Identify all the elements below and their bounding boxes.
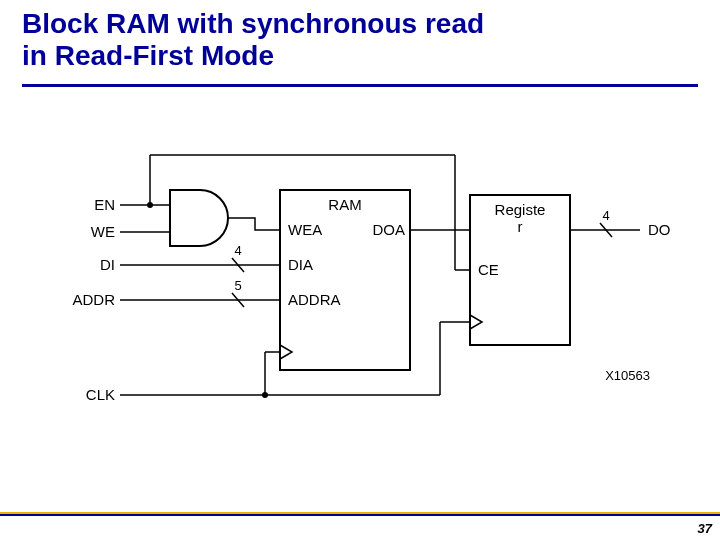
bus-width-addr: 5 <box>234 278 241 293</box>
circuit-diagram: RAM WEA DOA DIA ADDRA Registe r CE EN WE… <box>0 100 720 470</box>
register-label-line1: Registe <box>495 201 546 218</box>
and-gate-icon <box>170 190 228 246</box>
wire-and-to-wea <box>228 218 280 230</box>
input-di: DI <box>100 256 115 273</box>
clk-junction-dot-icon <box>262 392 268 398</box>
ram-port-doa: DOA <box>372 221 405 238</box>
input-we: WE <box>91 223 115 240</box>
ram-label: RAM <box>328 196 361 213</box>
ram-port-wea: WEA <box>288 221 322 238</box>
ram-block <box>280 190 410 370</box>
page-number: 37 <box>698 521 712 536</box>
input-clk: CLK <box>86 386 115 403</box>
bus-width-do: 4 <box>602 208 609 223</box>
page-title: Block RAM with synchronous read in Read-… <box>22 8 484 72</box>
diagram-container: RAM WEA DOA DIA ADDRA Registe r CE EN WE… <box>0 100 720 470</box>
input-en: EN <box>94 196 115 213</box>
title-rule <box>22 84 698 87</box>
footer-rule <box>0 512 720 516</box>
en-junction-dot-icon <box>147 202 153 208</box>
register-label-line2: r <box>518 218 523 235</box>
bus-width-di: 4 <box>234 243 241 258</box>
ram-port-dia: DIA <box>288 256 313 273</box>
slide-root: Block RAM with synchronous read in Read-… <box>0 0 720 540</box>
ram-port-addra: ADDRA <box>288 291 341 308</box>
title-line-2: in Read-First Mode <box>22 40 274 71</box>
register-port-ce: CE <box>478 261 499 278</box>
input-addr: ADDR <box>72 291 115 308</box>
figure-id: X10563 <box>605 368 650 383</box>
title-line-1: Block RAM with synchronous read <box>22 8 484 39</box>
output-do: DO <box>648 221 671 238</box>
